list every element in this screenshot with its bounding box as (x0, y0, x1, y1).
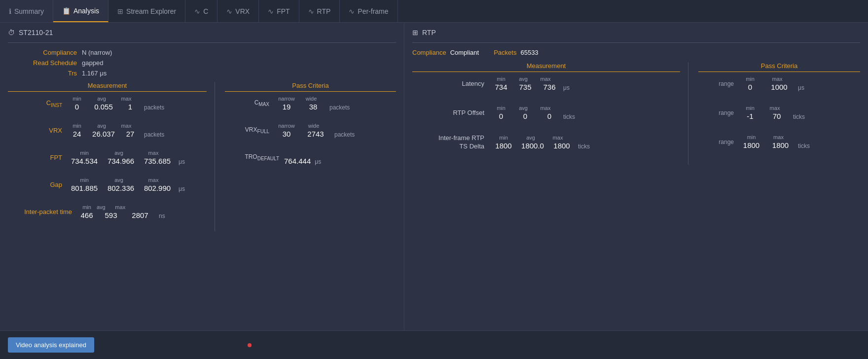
pass-fpt-row: TRODEFAULT 764.444 μs (225, 150, 396, 165)
left-section-title: ST2110-21 (19, 29, 53, 36)
nav-label-analysis: Analysis (73, 7, 99, 15)
nav-bar: ℹ Summary 📋 Analysis ⊞ Stream Explorer ∿… (0, 0, 868, 23)
rtp-compliance-label: Compliance (412, 49, 446, 56)
rtp-top-info: Compliance Compliant Packets 65533 (412, 49, 860, 56)
read-schedule-row: Read Schedule gapped (8, 59, 396, 67)
nav-item-analysis[interactable]: 📋 Analysis (53, 0, 108, 22)
rtp-offset-pass-row: range min max -1 70 ticks (698, 105, 860, 120)
right-section-title: RTP (422, 29, 436, 36)
nav-item-rtp[interactable]: ∿ RTP (299, 0, 340, 22)
compliance-row: Compliance N (narrow) (8, 49, 396, 56)
metric-fpt-vals: min avg max 734.534 734.966 735.685 μs (67, 150, 185, 165)
rtp-latency-vals: min avg max 734 735 736 μs (491, 76, 570, 91)
rtp-ts-delta-row: Inter-frame RTPTS Delta min avg max 1800… (412, 134, 680, 151)
pass-cinst-label: CMAX (225, 99, 274, 107)
nav-label-fpt: FPT (277, 7, 289, 15)
read-schedule-value: gapped (82, 59, 103, 67)
rtp-packets-item: Packets 65533 (494, 49, 538, 56)
trs-label: Trs (8, 70, 82, 77)
nav-label-c: C (203, 7, 208, 15)
wave-icon-fpt: ∿ (268, 7, 274, 15)
metric-interpacket-vals: min avg max 466 593 2807 ns (77, 204, 165, 219)
metric-fpt-label: FPT (8, 154, 67, 161)
metric-cinst-label: CINST (8, 99, 67, 108)
rtp-latency-label: Latency (412, 80, 491, 87)
rtp-offset-row: RTP Offset min avg max 0 0 0 ticks (412, 105, 680, 120)
top-info: Compliance N (narrow) Read Schedule gapp… (8, 49, 396, 77)
rtp-offset-range-vals: min max -1 70 ticks (738, 105, 805, 120)
rtp-ts-delta-vals: min avg max 1800 1800.0 1800 ticks (491, 135, 590, 150)
right-section-header: ⊞ RTP (412, 29, 860, 36)
rtp-latency-row: Latency min avg max 734 735 736 μs (412, 76, 680, 91)
wave-icon-vrx: ∿ (226, 7, 232, 15)
rtp-offset-label: RTP Offset (412, 109, 491, 116)
analysis-icon: 📋 (62, 7, 71, 15)
rtp-ts-delta-label: Inter-frame RTPTS Delta (412, 134, 491, 151)
rtp-latency-range-label: range (698, 80, 738, 87)
left-section-header: ⏱ ST2110-21 (8, 29, 396, 36)
rtp-measurement-header: Measurement (412, 62, 680, 72)
nav-label-summary: Summary (14, 7, 44, 15)
nav-label-vrx: VRX (235, 7, 250, 15)
metric-vrx-row: VRX min avg max 24 26.037 27 packets (8, 123, 207, 138)
rtp-latency-pass-row: range min max 0 1000 μs (698, 76, 860, 91)
pass-criteria-header: Pass Criteria (225, 82, 396, 92)
nav-label-rtp: RTP (317, 7, 331, 15)
bottom-bar: Video analysis explained (0, 330, 868, 359)
rtp-ts-delta-range-label: range (698, 139, 738, 145)
main-content: ⏱ ST2110-21 Compliance N (narrow) Read S… (0, 23, 868, 330)
clock-icon: ⏱ (8, 29, 15, 36)
nav-label-stream-explorer: Stream Explorer (126, 7, 176, 15)
stream-icon: ⊞ (117, 7, 123, 15)
pass-vrx-label: VRXFULL (225, 126, 274, 134)
pass-fpt-details: 764.444 μs (284, 150, 321, 165)
metric-cinst-row: CINST min avg max 0 0.055 1 packets (8, 96, 207, 111)
rtp-packets-label: Packets (494, 49, 516, 56)
rtp-pass-criteria-block: Pass Criteria range min max 0 1000 μs (688, 62, 860, 165)
rtp-ts-delta-range-vals: min max 1800 1800 ticks (738, 134, 810, 149)
wave-icon-rtp: ∿ (308, 7, 314, 15)
pass-vrx-details: narrow wide 30 2743 packets (274, 123, 355, 138)
info-icon: ℹ (9, 7, 11, 15)
rtp-offset-range-label: range (698, 109, 738, 116)
measurement-header: Measurement (8, 82, 207, 92)
rtp-compliance-item: Compliance Compliant (412, 49, 479, 56)
nav-item-fpt[interactable]: ∿ FPT (259, 0, 299, 22)
rtp-offset-vals: min avg max 0 0 0 ticks (491, 105, 575, 120)
metric-vrx-vals: min avg max 24 26.037 27 packets (67, 123, 164, 138)
metric-gap-row: Gap min avg max 801.885 802.336 802.990 … (8, 177, 207, 192)
pass-vrx-row: VRXFULL narrow wide 30 2743 packets (225, 123, 396, 138)
wave-icon-c: ∿ (194, 7, 200, 15)
metric-gap-label: Gap (8, 181, 67, 188)
metric-vrx-label: VRX (8, 127, 67, 134)
rtp-measurement-block: Measurement Latency min avg max 734 735 (412, 62, 688, 165)
right-panel: ⊞ RTP Compliance Compliant Packets 65533… (404, 23, 868, 330)
nav-item-per-frame[interactable]: ∿ Per-frame (340, 0, 398, 22)
nav-item-summary[interactable]: ℹ Summary (0, 0, 53, 22)
red-dot-indicator (248, 343, 252, 347)
nav-item-vrx[interactable]: ∿ VRX (217, 0, 259, 22)
rtp-latency-range-vals: min max 0 1000 μs (738, 76, 804, 91)
pass-cinst-details: narrow wide 19 38 packets (274, 96, 350, 111)
pass-fpt-label: TRODEFAULT (225, 153, 284, 161)
compliance-label: Compliance (8, 49, 82, 56)
rtp-compliance-value: Compliant (450, 49, 479, 56)
compliance-value: N (narrow) (82, 49, 112, 56)
rtp-section-icon: ⊞ (412, 29, 418, 36)
wave-icon-perframe: ∿ (349, 7, 355, 15)
metric-gap-vals: min avg max 801.885 802.336 802.990 μs (67, 177, 185, 192)
rtp-ts-delta-pass-row: range min max 1800 1800 ticks (698, 134, 860, 149)
metric-fpt-row: FPT min avg max 734.534 734.966 735.685 … (8, 150, 207, 165)
pass-cinst-row: CMAX narrow wide 19 38 packets (225, 96, 396, 111)
metric-cinst-vals: min avg max 0 0.055 1 packets (67, 96, 164, 111)
metric-interpacket-row: Inter-packet time min avg max 466 593 28… (8, 204, 207, 219)
explain-button[interactable]: Video analysis explained (8, 337, 94, 353)
read-schedule-label: Read Schedule (8, 59, 82, 67)
rtp-pass-criteria-header: Pass Criteria (698, 62, 860, 72)
trs-row: Trs 1.167 μs (8, 70, 396, 77)
metric-interpacket-label: Inter-packet time (8, 208, 77, 215)
nav-item-stream-explorer[interactable]: ⊞ Stream Explorer (108, 0, 185, 22)
nav-label-per-frame: Per-frame (358, 7, 388, 15)
nav-item-c[interactable]: ∿ C (185, 0, 217, 22)
trs-value: 1.167 μs (82, 70, 107, 77)
